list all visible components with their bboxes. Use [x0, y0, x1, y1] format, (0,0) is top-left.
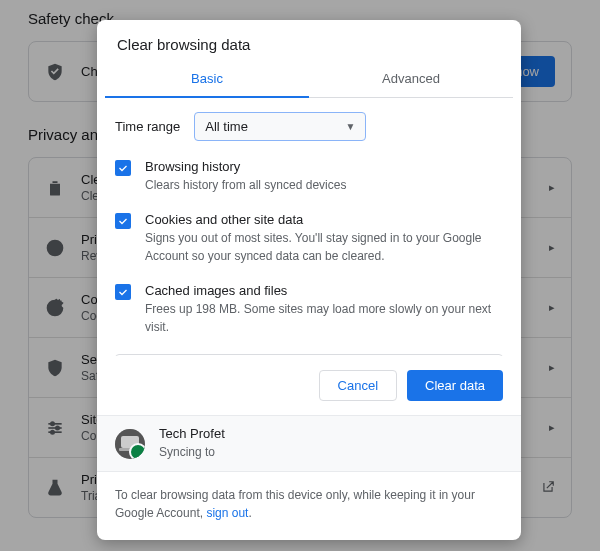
- checkbox[interactable]: [115, 213, 131, 229]
- time-range-value: All time: [205, 119, 248, 134]
- clear-option: Cookies and other site dataSigns you out…: [115, 212, 503, 265]
- tab-advanced[interactable]: Advanced: [309, 61, 513, 97]
- profile-name: Tech Profet: [159, 426, 225, 441]
- clear-option: Browsing historyClears history from all …: [115, 159, 503, 194]
- dialog-title: Clear browsing data: [97, 20, 521, 61]
- svg-rect-7: [121, 436, 139, 448]
- footnote: To clear browsing data from this device …: [97, 472, 521, 540]
- chevron-down-icon: ▼: [345, 121, 355, 132]
- option-title: Cookies and other site data: [145, 212, 503, 227]
- profile-status: Syncing to: [159, 443, 225, 461]
- checkbox[interactable]: [115, 160, 131, 176]
- option-subtitle: Clears history from all synced devices: [145, 176, 346, 194]
- sync-badge-icon: [133, 447, 145, 459]
- clear-option: Cached images and filesFrees up 198 MB. …: [115, 283, 503, 336]
- checkbox[interactable]: [115, 284, 131, 300]
- cancel-button[interactable]: Cancel: [319, 370, 397, 401]
- time-range-label: Time range: [115, 119, 180, 134]
- option-subtitle: Signs you out of most sites. You'll stay…: [145, 229, 503, 265]
- dialog-tabs: Basic Advanced: [105, 61, 513, 98]
- avatar: [115, 429, 145, 459]
- tab-basic[interactable]: Basic: [105, 61, 309, 98]
- svg-rect-8: [119, 448, 141, 451]
- clear-data-button[interactable]: Clear data: [407, 370, 503, 401]
- option-title: Browsing history: [145, 159, 346, 174]
- dialog-actions: Cancel Clear data: [97, 356, 521, 415]
- time-range-select[interactable]: All time ▼: [194, 112, 366, 141]
- clear-browsing-data-dialog: Clear browsing data Basic Advanced Time …: [97, 20, 521, 540]
- option-title: Cached images and files: [145, 283, 503, 298]
- profile-bar: Tech Profet Syncing to: [97, 415, 521, 472]
- dialog-body: Time range All time ▼ Browsing historyCl…: [97, 98, 521, 356]
- sign-out-link[interactable]: sign out: [206, 506, 248, 520]
- option-subtitle: Frees up 198 MB. Some sites may load mor…: [145, 300, 503, 336]
